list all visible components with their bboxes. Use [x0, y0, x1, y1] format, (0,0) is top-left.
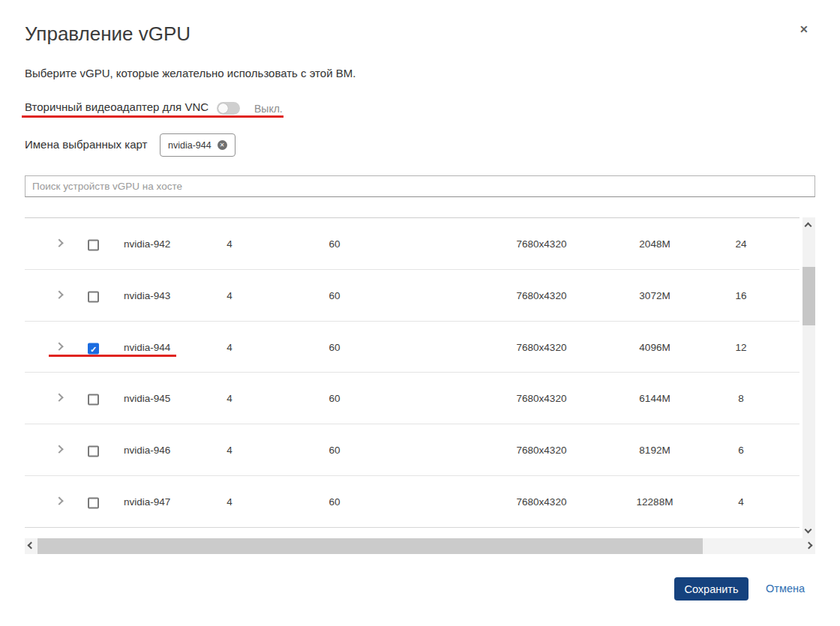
- scroll-down-icon[interactable]: [805, 526, 812, 534]
- row-checkbox[interactable]: [88, 239, 99, 250]
- save-button[interactable]: Сохранить: [674, 577, 748, 601]
- modal-subtitle: Выберите vGPU, которые желательно исполь…: [25, 67, 356, 79]
- page-title: Управление vGPU: [25, 22, 190, 46]
- vgpu-name: nvidia-945: [124, 393, 170, 404]
- vgpu-name: nvidia-943: [124, 289, 170, 301]
- vgpu-name: nvidia-942: [124, 238, 170, 249]
- expand-chevron-icon[interactable]: [55, 290, 63, 298]
- vnc-adapter-state: Выкл.: [254, 103, 283, 115]
- row-checkbox[interactable]: [88, 498, 99, 509]
- vgpu-value2: 60: [304, 341, 364, 352]
- vgpu-value2: 60: [304, 445, 364, 456]
- scroll-up-icon[interactable]: [805, 223, 812, 230]
- table-row: nvidia-945 4 60 7680x4320 6144M 8: [25, 373, 800, 424]
- vgpu-count: 6: [711, 445, 771, 456]
- expand-chevron-icon[interactable]: [55, 238, 63, 247]
- chip-label: nvidia-944: [168, 140, 212, 151]
- annotation-underline-toggle: [22, 115, 284, 118]
- vgpu-resolution: 7680x4320: [496, 445, 586, 456]
- vgpu-resolution: 7680x4320: [496, 289, 586, 301]
- vgpu-count: 16: [711, 289, 771, 301]
- horizontal-scrollbar[interactable]: [25, 538, 815, 554]
- horizontal-scrollbar-thumb[interactable]: [38, 538, 703, 554]
- expand-chevron-icon[interactable]: [55, 445, 63, 454]
- vnc-adapter-toggle[interactable]: [217, 102, 240, 115]
- vgpu-value1: 4: [200, 289, 260, 301]
- cancel-link[interactable]: Отмена: [766, 583, 805, 595]
- vgpu-memory: 2048M: [617, 238, 692, 249]
- toggle-knob: [218, 103, 228, 113]
- vertical-scrollbar-thumb[interactable]: [802, 267, 815, 325]
- row-checkbox[interactable]: [88, 394, 99, 406]
- vgpu-value2: 60: [304, 238, 364, 249]
- vgpu-value2: 60: [304, 289, 364, 301]
- vgpu-table: nvidia-942 4 60 7680x4320 2048M 24 nvidi…: [25, 217, 800, 527]
- vgpu-resolution: 7680x4320: [496, 496, 586, 508]
- vgpu-memory: 4096M: [617, 341, 692, 352]
- vgpu-memory: 12288M: [617, 496, 692, 508]
- vgpu-count: 12: [711, 341, 771, 352]
- vgpu-count: 8: [711, 393, 771, 404]
- selected-card-chip: nvidia-944 ✕: [160, 133, 236, 157]
- row-checkbox[interactable]: [88, 291, 99, 302]
- vnc-adapter-label: Вторичный видеоадаптер для VNC: [25, 100, 208, 113]
- table-row: nvidia-947 4 60 7680x4320 12288M 4: [25, 476, 800, 528]
- vgpu-memory: 3072M: [617, 289, 692, 301]
- vgpu-resolution: 7680x4320: [496, 341, 586, 352]
- vgpu-value2: 60: [304, 496, 364, 508]
- scroll-left-icon[interactable]: [28, 542, 35, 550]
- vgpu-resolution: 7680x4320: [496, 238, 586, 249]
- row-checkbox[interactable]: [88, 446, 99, 457]
- close-icon[interactable]: ✕: [800, 23, 808, 35]
- expand-chevron-icon[interactable]: [55, 394, 63, 402]
- expand-chevron-icon[interactable]: [55, 497, 63, 505]
- vgpu-value1: 4: [200, 496, 260, 508]
- table-row-selected: nvidia-944 4 60 7680x4320 4096M 12: [25, 322, 800, 373]
- vgpu-name: nvidia-946: [124, 445, 170, 456]
- vgpu-value1: 4: [200, 238, 260, 249]
- chip-remove-icon[interactable]: ✕: [218, 140, 227, 150]
- vgpu-resolution: 7680x4320: [496, 393, 586, 404]
- vgpu-value1: 4: [200, 445, 260, 456]
- vgpu-name: nvidia-944: [124, 341, 170, 352]
- selected-cards-label: Имена выбранных карт: [25, 138, 147, 151]
- table-row: nvidia-943 4 60 7680x4320 3072M 16: [25, 270, 800, 322]
- vgpu-value2: 60: [304, 393, 364, 404]
- vgpu-count: 4: [711, 496, 771, 508]
- vgpu-memory: 6144M: [617, 393, 692, 404]
- expand-chevron-icon[interactable]: [55, 342, 63, 350]
- row-checkbox[interactable]: [88, 343, 99, 354]
- table-row: nvidia-946 4 60 7680x4320 8192M 6: [25, 424, 800, 476]
- vgpu-name: nvidia-947: [124, 496, 170, 508]
- vgpu-memory: 8192M: [617, 445, 692, 456]
- annotation-underline-selected-row: [49, 355, 176, 357]
- vgpu-value1: 4: [200, 393, 260, 404]
- search-input[interactable]: [25, 175, 815, 197]
- vertical-scrollbar[interactable]: [802, 217, 815, 538]
- table-row: nvidia-942 4 60 7680x4320 2048M 24: [25, 218, 800, 270]
- vgpu-value1: 4: [200, 341, 260, 352]
- scroll-right-icon[interactable]: [806, 542, 813, 550]
- vgpu-count: 24: [711, 238, 771, 249]
